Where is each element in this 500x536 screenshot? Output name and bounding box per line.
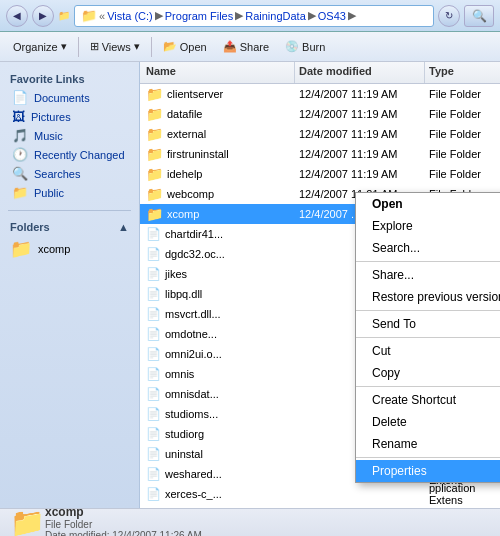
sidebar-item-icon-2: 🎵 xyxy=(12,128,28,143)
ctx-item-copy[interactable]: Copy xyxy=(356,362,500,384)
ctx-item-label-3: Share... xyxy=(372,268,414,282)
back-button[interactable]: ◀ xyxy=(6,5,28,27)
folders-current-item[interactable]: 📁 xcomp xyxy=(10,235,129,263)
path-programfiles[interactable]: Program Files xyxy=(165,10,233,22)
ctx-item-delete[interactable]: Delete xyxy=(356,411,500,433)
toolbar: Organize ▾ ⊞ Views ▾ 📂 Open 📤 Share 💿 Bu… xyxy=(0,32,500,62)
file-list: Name Date modified Type 📁clientserver 12… xyxy=(140,62,500,508)
sidebar-item-icon-1: 🖼 xyxy=(12,109,25,124)
views-arrow: ▾ xyxy=(134,40,140,53)
share-button[interactable]: 📤 Share xyxy=(216,35,276,59)
sidebar-item-label-2: Music xyxy=(34,130,63,142)
ctx-item-label-7: Copy xyxy=(372,366,400,380)
views-label: Views xyxy=(102,41,131,53)
ctx-separator xyxy=(356,261,500,262)
status-folder-type: File Folder xyxy=(45,519,202,530)
status-bar: 📁 xcomp File Folder Date modified: 12/4/… xyxy=(0,508,500,536)
share-label: Share xyxy=(240,41,269,53)
sidebar-item-label-1: Pictures xyxy=(31,111,71,123)
folder-name: xcomp xyxy=(38,243,70,255)
sidebar-item-label-3: Recently Changed xyxy=(34,149,125,161)
ctx-item-label-0: Open xyxy=(372,197,403,211)
sidebar-items: 📄 Documents🖼 Pictures🎵 Music🕐 Recently C… xyxy=(0,88,139,202)
sidebar-item-recently-changed[interactable]: 🕐 Recently Changed xyxy=(0,145,139,164)
open-label: Open xyxy=(180,41,207,53)
ctx-item-label-8: Create Shortcut xyxy=(372,393,456,407)
ctx-separator xyxy=(356,457,500,458)
ctx-separator xyxy=(356,337,500,338)
status-info: xcomp File Folder Date modified: 12/4/20… xyxy=(45,505,202,537)
sidebar-item-public[interactable]: 📁 Public xyxy=(0,183,139,202)
ctx-item-label-1: Explore xyxy=(372,219,413,233)
sidebar-item-searches[interactable]: 🔍 Searches xyxy=(0,164,139,183)
views-button[interactable]: ⊞ Views ▾ xyxy=(83,35,147,59)
views-icon: ⊞ xyxy=(90,40,99,53)
open-icon: 📂 xyxy=(163,40,177,53)
ctx-item-share...[interactable]: Share... xyxy=(356,264,500,286)
open-button[interactable]: 📂 Open xyxy=(156,35,214,59)
search-address-button[interactable]: 🔍 xyxy=(464,5,494,27)
toolbar-separator-1 xyxy=(78,37,79,57)
path-os43[interactable]: OS43 xyxy=(318,10,346,22)
folders-collapse-icon: ▲ xyxy=(118,221,129,233)
ctx-item-label-10: Rename xyxy=(372,437,417,451)
sidebar-item-icon-0: 📄 xyxy=(12,90,28,105)
sidebar-item-music[interactable]: 🎵 Music xyxy=(0,126,139,145)
share-icon: 📤 xyxy=(223,40,237,53)
folder-icon: 📁 xyxy=(10,238,32,260)
sidebar-item-pictures[interactable]: 🖼 Pictures xyxy=(0,107,139,126)
path-vista[interactable]: Vista (C:) xyxy=(107,10,153,22)
ctx-item-search...[interactable]: Search... xyxy=(356,237,500,259)
ctx-item-label-5: Send To xyxy=(372,317,416,331)
sidebar-item-icon-5: 📁 xyxy=(12,185,28,200)
forward-button[interactable]: ▶ xyxy=(32,5,54,27)
sidebar: Favorite Links 📄 Documents🖼 Pictures🎵 Mu… xyxy=(0,62,140,508)
folders-label: Folders xyxy=(10,221,50,233)
organize-label: Organize xyxy=(13,41,58,53)
path-icon: 📁 xyxy=(81,8,97,23)
sidebar-item-label-4: Searches xyxy=(34,168,80,180)
address-path[interactable]: 📁 « Vista (C:) ▶ Program Files ▶ Raining… xyxy=(74,5,434,27)
sidebar-item-label-0: Documents xyxy=(34,92,90,104)
ctx-item-send-to[interactable]: Send To ▶ xyxy=(356,313,500,335)
sidebar-divider xyxy=(8,210,131,211)
sidebar-item-label-5: Public xyxy=(34,187,64,199)
burn-label: Burn xyxy=(302,41,325,53)
ctx-separator xyxy=(356,310,500,311)
path-rainingdata[interactable]: RainingData xyxy=(245,10,306,22)
refresh-button[interactable]: ↻ xyxy=(438,5,460,27)
toolbar-separator-2 xyxy=(151,37,152,57)
organize-arrow: ▾ xyxy=(61,40,67,53)
ctx-item-cut[interactable]: Cut xyxy=(356,340,500,362)
ctx-item-restore-previous-versions[interactable]: Restore previous versions xyxy=(356,286,500,308)
ctx-item-open[interactable]: Open xyxy=(356,193,500,215)
organize-button[interactable]: Organize ▾ xyxy=(6,35,74,59)
sidebar-item-icon-3: 🕐 xyxy=(12,147,28,162)
address-bar: ◀ ▶ 📁 📁 « Vista (C:) ▶ Program Files ▶ R… xyxy=(0,0,500,32)
sidebar-item-icon-4: 🔍 xyxy=(12,166,28,181)
ctx-item-create-shortcut[interactable]: Create Shortcut xyxy=(356,389,500,411)
burn-button[interactable]: 💿 Burn xyxy=(278,35,332,59)
ctx-item-label-6: Cut xyxy=(372,344,391,358)
folders-header[interactable]: Folders ▲ xyxy=(10,219,129,235)
ctx-item-properties[interactable]: Properties xyxy=(356,460,500,482)
sidebar-item-documents[interactable]: 📄 Documents xyxy=(0,88,139,107)
ctx-item-label-9: Delete xyxy=(372,415,407,429)
status-date-modified: Date modified: 12/4/2007 11:26 AM xyxy=(45,530,202,537)
main-area: Favorite Links 📄 Documents🖼 Pictures🎵 Mu… xyxy=(0,62,500,508)
ctx-item-label-11: Properties xyxy=(372,464,427,478)
ctx-item-rename[interactable]: Rename xyxy=(356,433,500,455)
status-folder-icon: 📁 xyxy=(10,506,45,536)
up-button[interactable]: 📁 xyxy=(58,10,70,21)
context-menu: Open Explore Search... Share... Restore … xyxy=(355,192,500,483)
ctx-item-label-2: Search... xyxy=(372,241,420,255)
ctx-separator xyxy=(356,386,500,387)
ctx-item-label-4: Restore previous versions xyxy=(372,290,500,304)
burn-icon: 💿 xyxy=(285,40,299,53)
folders-section: Folders ▲ 📁 xcomp xyxy=(0,215,139,267)
context-menu-overlay: Open Explore Search... Share... Restore … xyxy=(140,62,500,508)
favorite-links-title: Favorite Links xyxy=(0,70,139,88)
ctx-item-explore[interactable]: Explore xyxy=(356,215,500,237)
